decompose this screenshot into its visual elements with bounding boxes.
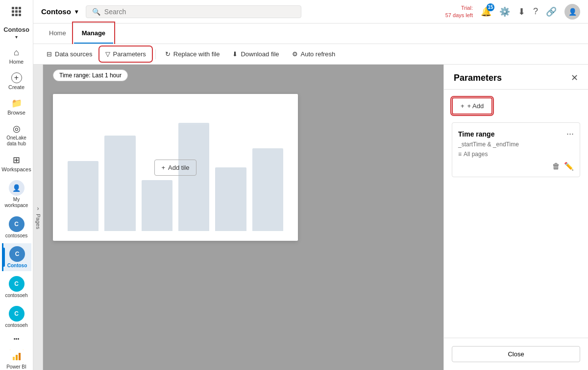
more-icon: ••• bbox=[14, 336, 20, 342]
notification-bell[interactable]: 🔔 15 bbox=[481, 6, 491, 17]
create-icon: + bbox=[11, 72, 22, 83]
trial-line2: 57 days left bbox=[445, 12, 473, 19]
bar-4 bbox=[178, 123, 209, 231]
filter-time-range-pill[interactable]: Time range: Last 1 hour bbox=[53, 69, 128, 81]
parameters-panel-close-footer-button[interactable]: Close bbox=[452, 346, 580, 362]
replace-file-button[interactable]: ↻ Replace with file bbox=[160, 47, 225, 61]
sidebar-create-label: Create bbox=[8, 84, 24, 90]
auto-refresh-label: Auto refresh bbox=[301, 50, 336, 58]
user-avatar[interactable]: 👤 bbox=[564, 4, 580, 20]
parameters-panel-body: + + Add Time range ··· _startTime & _end… bbox=[444, 90, 588, 338]
parameter-delete-button[interactable]: 🗑 bbox=[552, 162, 560, 171]
download-file-label: Download file bbox=[241, 50, 279, 58]
data-sources-icon: ⊟ bbox=[47, 50, 52, 58]
trial-line1: Trial: bbox=[445, 4, 473, 11]
sidebar-item-contoso-title[interactable]: Contoso ▾ bbox=[2, 23, 31, 43]
sidebar-contosoeh1-label: contosoeh bbox=[5, 293, 27, 298]
search-icon: 🔍 bbox=[92, 8, 100, 16]
svg-rect-2 bbox=[19, 353, 21, 360]
contosoeh2-icon: C bbox=[9, 306, 24, 322]
avatar-icon: 👤 bbox=[568, 8, 577, 16]
parameter-edit-button[interactable]: ✏️ bbox=[564, 162, 574, 171]
sidebar-onelake-label: OneLake data hub bbox=[4, 135, 29, 147]
home-icon: ⌂ bbox=[14, 47, 19, 58]
contosoeh1-icon: C bbox=[9, 276, 24, 292]
sidebar-item-home[interactable]: ⌂ Home bbox=[2, 45, 31, 68]
bar-2 bbox=[104, 136, 135, 231]
add-parameter-label: + Add bbox=[467, 102, 484, 110]
close-footer-label: Close bbox=[508, 350, 524, 358]
sidebar-contosoes-label: contosoes bbox=[5, 233, 28, 238]
sidebar-item-onelake[interactable]: ◎ OneLake data hub bbox=[2, 120, 31, 150]
tab-home[interactable]: Home bbox=[41, 23, 74, 44]
replace-file-label: Replace with file bbox=[173, 50, 220, 58]
close-icon: ✕ bbox=[571, 73, 578, 83]
sidebar-item-browse[interactable]: 📁 Browse bbox=[2, 95, 31, 118]
search-input[interactable] bbox=[104, 8, 295, 16]
contoso-active-icon: C bbox=[9, 246, 25, 262]
topbar-actions: Trial: 57 days left 🔔 15 ⚙️ ⬇ ? 🔗 👤 bbox=[445, 4, 580, 20]
sidebar-item-contoso-active[interactable]: C Contoso bbox=[2, 243, 31, 271]
parameters-button[interactable]: ▽ Parameters bbox=[100, 47, 151, 61]
sidebar-workspaces-label: Workspaces bbox=[1, 166, 31, 172]
auto-refresh-button[interactable]: ⚙ Auto refresh bbox=[287, 47, 341, 61]
share-icon[interactable]: 🔗 bbox=[546, 6, 557, 17]
canvas-content: + Add tile bbox=[53, 94, 298, 241]
parameter-scope: ≡ All pages bbox=[458, 151, 574, 158]
scope-icon: ≡ bbox=[458, 151, 462, 158]
add-tile-icon: + bbox=[162, 164, 166, 171]
powerbi-icon bbox=[10, 349, 24, 363]
svg-rect-0 bbox=[13, 357, 15, 360]
sidebar-item-contosoes[interactable]: C contosoes bbox=[2, 213, 31, 241]
settings-icon[interactable]: ⚙️ bbox=[499, 6, 510, 17]
grid-apps-icon bbox=[12, 7, 21, 16]
tab-manage[interactable]: Manage bbox=[74, 23, 113, 44]
parameter-item-header: Time range ··· bbox=[458, 129, 574, 139]
topbar-title: Contoso ▾ bbox=[41, 7, 78, 16]
sidebar-powerbi-label: Power BI bbox=[6, 364, 26, 370]
sidebar-item-contosoeh2[interactable]: C contosoeh bbox=[2, 303, 31, 331]
contosoes-icon: C bbox=[9, 216, 24, 232]
help-icon[interactable]: ? bbox=[533, 6, 538, 17]
download-icon[interactable]: ⬇ bbox=[518, 6, 525, 17]
sidebar-myworkspace-label: My workspace bbox=[4, 197, 29, 208]
pages-sidebar[interactable]: › Pages bbox=[33, 65, 43, 370]
bar-5 bbox=[215, 167, 246, 231]
sidebar-item-apps[interactable] bbox=[2, 4, 31, 19]
canvas-area: Time range: Last 1 hour bbox=[43, 65, 443, 370]
chevron-down-icon: ▾ bbox=[15, 34, 18, 40]
sidebar-item-workspaces[interactable]: ⊞ Workspaces bbox=[2, 152, 31, 175]
report-canvas: + Add tile bbox=[53, 94, 298, 241]
pages-expand-icon: › bbox=[37, 205, 39, 212]
sidebar-item-contosoeh1[interactable]: C contosoeh bbox=[2, 273, 31, 301]
topbar-search-box[interactable]: 🔍 bbox=[86, 5, 301, 18]
auto-refresh-icon: ⚙ bbox=[292, 50, 298, 58]
content: Home Manage ⊟ Data sources ▽ Parameters … bbox=[33, 23, 588, 370]
notification-count: 15 bbox=[487, 3, 494, 11]
sidebar-item-myworkspace[interactable]: 👤 My workspace bbox=[2, 177, 31, 211]
download-file-icon: ⬇ bbox=[232, 50, 238, 58]
parameters-panel-footer: Close bbox=[444, 338, 588, 370]
parameters-icon: ▽ bbox=[105, 50, 110, 58]
sidebar-more-button[interactable]: ••• bbox=[2, 333, 31, 345]
parameter-more-button[interactable]: ··· bbox=[566, 129, 574, 139]
sidebar: Contoso ▾ ⌂ Home + Create 📁 Browse ◎ One… bbox=[0, 0, 33, 370]
download-file-button[interactable]: ⬇ Download file bbox=[227, 47, 284, 61]
main-area: Contoso ▾ 🔍 Trial: 57 days left 🔔 15 ⚙️ … bbox=[33, 0, 588, 370]
topbar-chevron-icon: ▾ bbox=[75, 8, 78, 15]
add-parameter-button[interactable]: + + Add bbox=[452, 97, 492, 115]
add-tile-button[interactable]: + Add tile bbox=[154, 160, 197, 176]
topbar: Contoso ▾ 🔍 Trial: 57 days left 🔔 15 ⚙️ … bbox=[33, 0, 588, 23]
sidebar-item-create[interactable]: + Create bbox=[2, 69, 31, 93]
data-sources-button[interactable]: ⊟ Data sources bbox=[41, 47, 98, 61]
browse-icon: 📁 bbox=[11, 98, 22, 109]
parameters-panel: Parameters ✕ + + Add Time range bbox=[443, 65, 588, 370]
tab-bar: Home Manage bbox=[33, 23, 588, 44]
toolbar: ⊟ Data sources ▽ Parameters ↻ Replace wi… bbox=[33, 44, 588, 65]
sidebar-item-powerbi[interactable]: Power BI bbox=[2, 347, 31, 370]
parameters-panel-close-button[interactable]: ✕ bbox=[571, 72, 578, 83]
contoso-title-label: Contoso bbox=[3, 26, 29, 33]
parameter-name: Time range bbox=[458, 130, 494, 138]
parameter-actions: 🗑 ✏️ bbox=[458, 162, 574, 171]
parameter-subtitle: _startTime & _endTime bbox=[458, 141, 574, 148]
